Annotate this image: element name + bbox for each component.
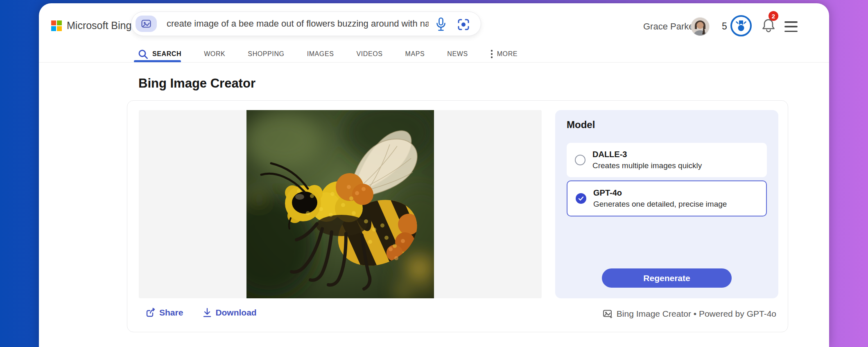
creator-card: Model DALLE-3 Creates multiple images qu… — [127, 100, 788, 332]
download-label: Download — [215, 308, 256, 318]
microphone-icon — [435, 17, 447, 32]
tab-work[interactable]: WORK — [204, 50, 225, 58]
tab-label: SEARCH — [152, 50, 181, 58]
tab-label: IMAGES — [307, 50, 334, 58]
search-input[interactable] — [166, 18, 429, 29]
microsoft-bing-logo[interactable]: Microsoft Bing — [51, 20, 131, 32]
radio-dalle3[interactable] — [575, 155, 585, 165]
tab-search[interactable]: SEARCH — [138, 49, 181, 59]
microsoft-logo-icon — [51, 20, 62, 31]
tab-shopping[interactable]: SHOPPING — [248, 50, 284, 58]
page-title: Bing Image Creator — [138, 76, 255, 91]
logo-text: Microsoft Bing — [67, 20, 131, 32]
model-option-dalle3[interactable]: DALLE-3 Creates multiple images quickly — [567, 143, 767, 177]
search-bar[interactable] — [131, 11, 481, 36]
more-dots-icon — [491, 50, 493, 59]
image-actions: Share Download — [146, 308, 257, 318]
tab-label: VIDEOS — [356, 50, 382, 58]
footer-credit-text: Bing Image Creator • Powered by GPT-4o — [617, 309, 776, 319]
rewards-button[interactable] — [730, 15, 752, 36]
rewards-points: 5 — [722, 21, 727, 32]
image-creator-icon — [603, 309, 613, 319]
microphone-button[interactable] — [434, 17, 448, 32]
download-button[interactable]: Download — [203, 308, 256, 318]
tab-videos[interactable]: VIDEOS — [356, 50, 382, 58]
option-name: DALLE-3 — [592, 150, 702, 159]
check-icon — [578, 195, 584, 202]
tab-label: MORE — [497, 50, 518, 58]
nav-tabs: SEARCH WORK SHOPPING IMAGES VIDEOS MAPS … — [138, 45, 518, 63]
avatar-photo — [691, 18, 709, 36]
nav-divider — [39, 62, 829, 63]
tab-label: WORK — [204, 50, 225, 58]
bing-page: Microsoft Bing — [39, 3, 829, 347]
tab-news[interactable]: NEWS — [447, 50, 468, 58]
tab-more[interactable]: MORE — [491, 50, 518, 59]
image-icon — [141, 18, 151, 29]
image-stage — [139, 110, 542, 298]
search-icon — [138, 49, 148, 59]
option-description: Creates multiple images quickly — [592, 161, 702, 170]
download-icon — [203, 308, 212, 318]
visual-search-icon — [457, 18, 470, 31]
footer-credit: Bing Image Creator • Powered by GPT-4o — [603, 309, 776, 319]
share-button[interactable]: Share — [146, 308, 183, 318]
model-panel: Model DALLE-3 Creates multiple images qu… — [555, 110, 778, 298]
visual-search-button[interactable] — [457, 18, 470, 31]
user-name[interactable]: Grace Parker — [643, 21, 697, 32]
tab-label: NEWS — [447, 50, 468, 58]
model-option-gpt4o[interactable]: GPT-4o Generates one detailed, precise i… — [567, 180, 767, 216]
option-text: GPT-4o Generates one detailed, precise i… — [593, 188, 727, 209]
tab-label: MAPS — [405, 50, 425, 58]
share-label: Share — [159, 308, 183, 318]
option-text: DALLE-3 Creates multiple images quickly — [592, 150, 702, 170]
hamburger-menu-button[interactable] — [784, 21, 798, 32]
image-prompt-chip[interactable] — [136, 16, 157, 32]
radio-gpt4o[interactable] — [576, 193, 586, 204]
generated-bee-image[interactable] — [246, 110, 434, 298]
notification-badge: 2 — [769, 11, 778, 21]
model-panel-title: Model — [567, 119, 595, 131]
regenerate-button[interactable]: Regenerate — [602, 268, 732, 288]
rewards-medal-icon — [735, 19, 747, 32]
option-name: GPT-4o — [593, 188, 727, 198]
tab-label: SHOPPING — [248, 50, 284, 58]
option-description: Generates one detailed, precise image — [593, 200, 727, 209]
share-icon — [146, 308, 156, 318]
gradient-background: Microsoft Bing — [0, 0, 868, 347]
avatar[interactable] — [691, 18, 709, 36]
tab-images[interactable]: IMAGES — [307, 50, 334, 58]
tab-maps[interactable]: MAPS — [405, 50, 425, 58]
